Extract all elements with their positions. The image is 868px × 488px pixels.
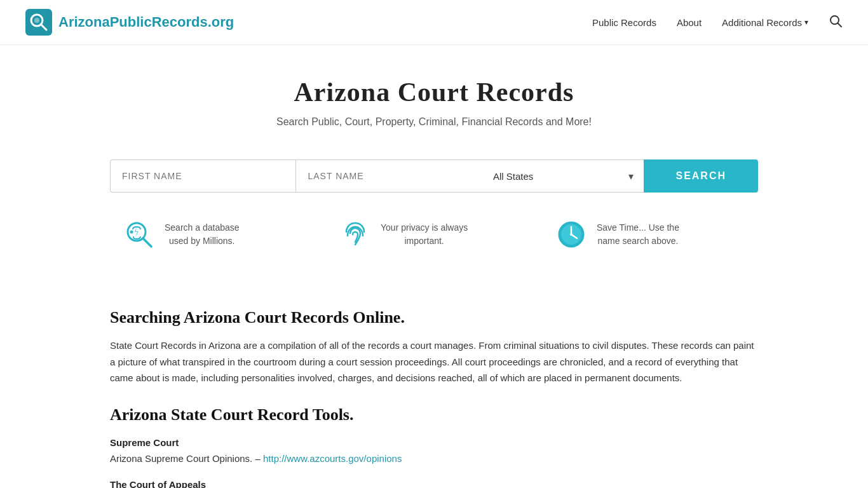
- svg-line-5: [838, 23, 842, 27]
- clock-icon: [555, 218, 588, 251]
- nav-additional-records[interactable]: Additional Records ▾: [722, 17, 808, 28]
- state-select-wrapper: All StatesAlabamaAlaskaArizonaArkansasCa…: [482, 159, 644, 193]
- svg-point-14: [570, 233, 573, 236]
- feature-time: Save Time... Use thename search above.: [542, 218, 758, 251]
- features-row: Search a databaseused by Millions. Your …: [85, 212, 783, 276]
- supreme-court-heading: Supreme Court: [110, 437, 758, 448]
- supreme-court-link[interactable]: http://www.azcourts.gov/opinions: [263, 453, 402, 464]
- hero-section: Arizona Court Records Search Public, Cou…: [0, 45, 868, 147]
- feature-privacy-text: Your privacy is alwaysimportant.: [381, 221, 468, 248]
- logo[interactable]: ArizonaPublicRecords.org: [25, 9, 234, 36]
- main-content: Searching Arizona Court Records Online. …: [85, 276, 783, 488]
- state-select[interactable]: All StatesAlabamaAlaskaArizonaArkansasCa…: [482, 159, 644, 193]
- section1-body: State Court Records in Arizona are a com…: [110, 337, 758, 386]
- search-button[interactable]: SEARCH: [644, 159, 758, 193]
- page-title: Arizona Court Records: [25, 77, 843, 107]
- logo-icon: [25, 9, 52, 36]
- section1-heading: Searching Arizona Court Records Online.: [110, 308, 758, 327]
- first-name-input[interactable]: [110, 159, 295, 193]
- svg-point-3: [34, 18, 39, 23]
- search-database-icon: [123, 218, 156, 251]
- hero-subtitle: Search Public, Court, Property, Criminal…: [25, 116, 843, 128]
- feature-database-text: Search a databaseused by Millions.: [165, 221, 240, 248]
- svg-rect-0: [25, 9, 52, 36]
- last-name-input[interactable]: [295, 159, 481, 193]
- feature-database: Search a databaseused by Millions.: [110, 218, 326, 251]
- nav-public-records[interactable]: Public Records: [592, 17, 656, 28]
- fingerprint-icon: [339, 218, 372, 251]
- nav-about[interactable]: About: [677, 17, 702, 28]
- main-nav: Public Records About Additional Records …: [592, 14, 843, 31]
- svg-line-7: [143, 238, 151, 247]
- supreme-court-text: Arizona Supreme Court Opinions. – http:/…: [110, 451, 758, 467]
- feature-privacy: Your privacy is alwaysimportant.: [326, 218, 542, 251]
- feature-time-text: Save Time... Use thename search above.: [597, 221, 679, 248]
- section2-heading: Arizona State Court Record Tools.: [110, 405, 758, 424]
- svg-point-8: [130, 231, 133, 234]
- court-of-appeals-heading: The Court of Appeals: [110, 479, 758, 488]
- search-bar: All StatesAlabamaAlaskaArizonaArkansasCa…: [85, 147, 783, 212]
- search-icon[interactable]: [829, 14, 843, 31]
- chevron-down-icon: ▾: [804, 18, 808, 27]
- logo-text: ArizonaPublicRecords.org: [58, 14, 234, 30]
